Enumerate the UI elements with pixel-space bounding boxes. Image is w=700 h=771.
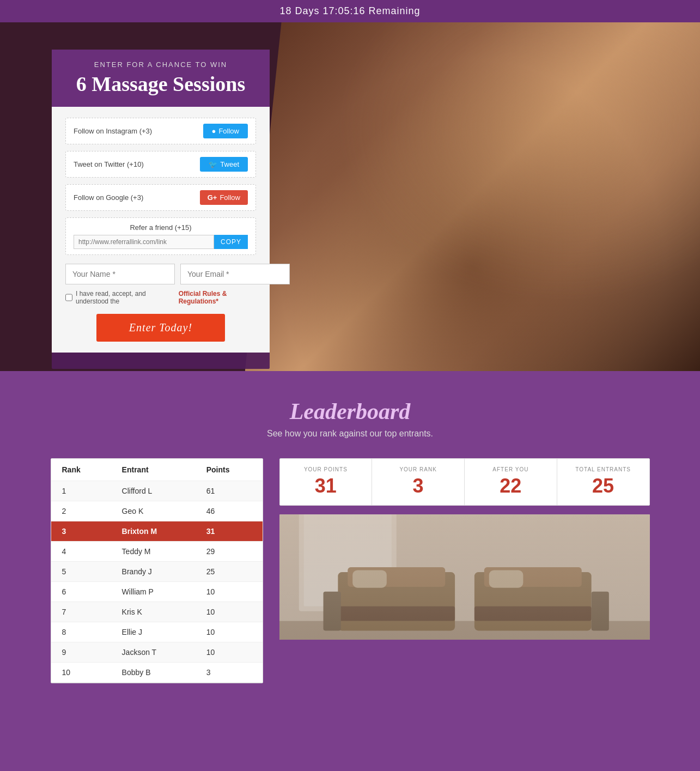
svg-rect-9 bbox=[352, 570, 387, 587]
stat-total-entrants-value: 25 bbox=[568, 475, 638, 497]
twitter-label: Tweet on Twitter (+10) bbox=[74, 160, 144, 168]
entry-title: 6 Massage Sessions bbox=[68, 72, 253, 96]
svg-rect-10 bbox=[489, 570, 523, 587]
refer-link-input[interactable] bbox=[74, 235, 214, 249]
google-action-row: Follow on Google (+3) G+ Follow bbox=[65, 184, 256, 211]
tweet-button[interactable]: 🐦 Tweet bbox=[200, 157, 248, 172]
table-header-row: Rank Entrant Points bbox=[51, 459, 263, 481]
cell-rank: 3 bbox=[51, 521, 111, 542]
instagram-action-row: Follow on Instagram (+3) ● Follow bbox=[65, 118, 256, 144]
cell-name: Clifford L bbox=[111, 481, 196, 501]
countdown-text: 18 Days 17:05:16 Remaining bbox=[279, 5, 420, 16]
svg-rect-2 bbox=[279, 514, 650, 621]
name-input[interactable] bbox=[65, 264, 175, 284]
table-row: 10 Bobby B 3 bbox=[51, 663, 263, 683]
cell-name: Bobby B bbox=[111, 663, 196, 683]
cell-points: 10 bbox=[196, 622, 263, 642]
stat-after-you: AFTER YOU 22 bbox=[465, 459, 557, 505]
copy-link-button[interactable]: COPY bbox=[214, 235, 248, 249]
instagram-icon: ● bbox=[212, 127, 216, 135]
countdown-bar: 18 Days 17:05:16 Remaining bbox=[0, 0, 700, 22]
hero-section: ENTER FOR A CHANCE TO WIN 6 Massage Sess… bbox=[0, 22, 700, 371]
table-row: 4 Teddy M 29 bbox=[51, 542, 263, 562]
email-input[interactable] bbox=[180, 264, 290, 284]
cell-points: 10 bbox=[196, 582, 263, 602]
table-row: 3 Brixton M 31 bbox=[51, 521, 263, 542]
cell-name: Ellie J bbox=[111, 622, 196, 642]
table-row: 5 Brandy J 25 bbox=[51, 562, 263, 582]
rules-link[interactable]: Official Rules & Regulations* bbox=[179, 290, 256, 305]
col-rank: Rank bbox=[51, 459, 111, 481]
table-row: 1 Clifford L 61 bbox=[51, 481, 263, 501]
instagram-follow-button[interactable]: ● Follow bbox=[203, 124, 248, 138]
tweet-button-label: Tweet bbox=[220, 160, 239, 168]
cell-rank: 10 bbox=[51, 663, 111, 683]
leaderboard-title: Leaderboard bbox=[22, 398, 678, 424]
google-plus-icon: G+ bbox=[208, 193, 217, 202]
cell-rank: 9 bbox=[51, 642, 111, 663]
stats-row: YOUR POINTS 31 YOUR RANK 3 AFTER YOU 22 … bbox=[279, 458, 650, 506]
cell-points: 25 bbox=[196, 562, 263, 582]
cell-rank: 8 bbox=[51, 622, 111, 642]
cell-points: 29 bbox=[196, 542, 263, 562]
svg-rect-11 bbox=[338, 606, 455, 621]
cell-rank: 5 bbox=[51, 562, 111, 582]
svg-rect-0 bbox=[279, 514, 650, 640]
stat-total-entrants: TOTAL ENTRANTS 25 bbox=[557, 459, 649, 505]
cell-rank: 1 bbox=[51, 481, 111, 501]
instagram-label: Follow on Instagram (+3) bbox=[74, 127, 152, 135]
hero-image bbox=[245, 22, 700, 371]
col-points: Points bbox=[196, 459, 263, 481]
stat-your-rank-label: YOUR RANK bbox=[383, 466, 453, 472]
google-label: Follow on Google (+3) bbox=[74, 193, 143, 202]
leaderboard-table: Rank Entrant Points 1 Clifford L 61 2 Ge… bbox=[51, 459, 263, 683]
google-follow-label: Follow bbox=[220, 193, 240, 202]
stat-your-rank: YOUR RANK 3 bbox=[372, 459, 465, 505]
google-follow-button[interactable]: G+ Follow bbox=[200, 190, 248, 205]
table-row: 9 Jackson T 10 bbox=[51, 642, 263, 663]
svg-rect-6 bbox=[348, 567, 445, 587]
stat-after-you-value: 22 bbox=[476, 475, 546, 497]
enter-button[interactable]: Enter Today! bbox=[96, 314, 225, 342]
entry-body: Follow on Instagram (+3) ● Follow Tweet … bbox=[52, 107, 270, 353]
leaderboard-right: YOUR POINTS 31 YOUR RANK 3 AFTER YOU 22 … bbox=[279, 458, 650, 683]
stat-your-rank-value: 3 bbox=[383, 475, 453, 497]
svg-rect-3 bbox=[299, 514, 396, 611]
svg-rect-4 bbox=[303, 514, 391, 606]
cell-name: Kris K bbox=[111, 602, 196, 622]
rules-row: I have read, accept, and understood the … bbox=[65, 290, 256, 305]
leaderboard-content: Rank Entrant Points 1 Clifford L 61 2 Ge… bbox=[51, 458, 650, 683]
stat-your-points-value: 31 bbox=[291, 475, 361, 497]
rules-text: I have read, accept, and understood the bbox=[76, 290, 175, 305]
cell-points: 10 bbox=[196, 642, 263, 663]
spa-image bbox=[279, 514, 650, 640]
table-row: 8 Ellie J 10 bbox=[51, 622, 263, 642]
form-row bbox=[65, 264, 256, 284]
refer-row: Refer a friend (+15) COPY bbox=[65, 217, 256, 255]
leaderboard-section: Leaderboard See how you rank against our… bbox=[0, 371, 700, 716]
cell-points: 31 bbox=[196, 521, 263, 542]
entry-subtitle: ENTER FOR A CHANCE TO WIN bbox=[68, 60, 253, 69]
twitter-icon: 🐦 bbox=[209, 160, 217, 168]
stat-after-you-label: AFTER YOU bbox=[476, 466, 546, 472]
twitter-action-row: Tweet on Twitter (+10) 🐦 Tweet bbox=[65, 151, 256, 178]
cell-points: 46 bbox=[196, 501, 263, 521]
cell-name: Brixton M bbox=[111, 521, 196, 542]
rules-checkbox[interactable] bbox=[65, 294, 72, 301]
cell-name: Brandy J bbox=[111, 562, 196, 582]
svg-rect-14 bbox=[591, 592, 608, 631]
refer-label: Refer a friend (+15) bbox=[74, 223, 248, 232]
entry-card-header: ENTER FOR A CHANCE TO WIN 6 Massage Sess… bbox=[52, 50, 270, 107]
table-row: 2 Geo K 46 bbox=[51, 501, 263, 521]
cell-name: Teddy M bbox=[111, 542, 196, 562]
svg-rect-12 bbox=[474, 606, 591, 621]
stat-your-points: YOUR POINTS 31 bbox=[280, 459, 373, 505]
entry-card: ENTER FOR A CHANCE TO WIN 6 Massage Sess… bbox=[52, 50, 270, 369]
instagram-follow-label: Follow bbox=[218, 127, 239, 135]
cell-name: William P bbox=[111, 582, 196, 602]
stat-your-points-label: YOUR POINTS bbox=[291, 466, 361, 472]
svg-rect-5 bbox=[338, 572, 455, 630]
svg-rect-1 bbox=[279, 621, 650, 640]
cell-rank: 4 bbox=[51, 542, 111, 562]
cell-points: 3 bbox=[196, 663, 263, 683]
